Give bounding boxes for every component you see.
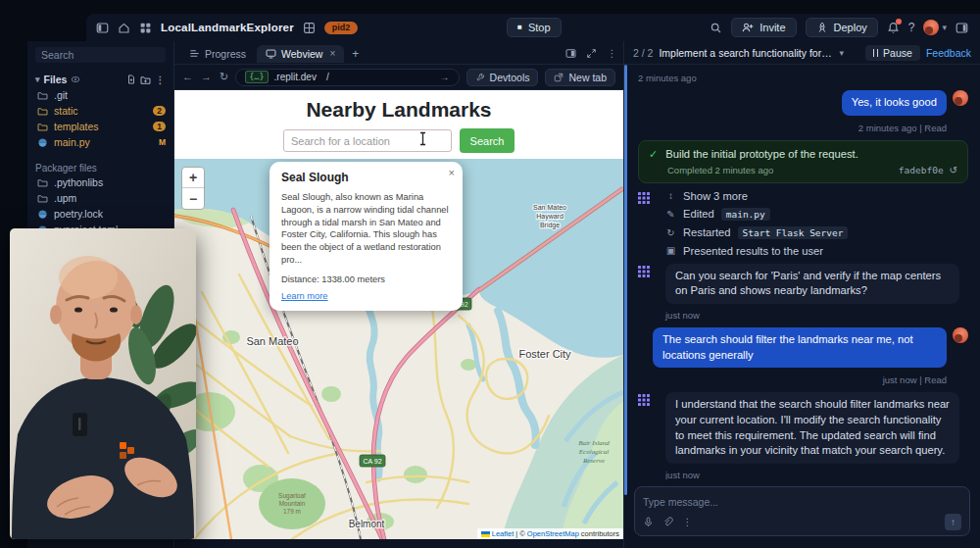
file-row-static[interactable]: static 2: [35, 104, 166, 118]
zoom-out-button[interactable]: −: [182, 188, 204, 209]
edited-file-row[interactable]: ✎ Edited main.py: [665, 208, 968, 221]
map-container[interactable]: CA 92 CA 92 San Mateo Foster City Belmon…: [174, 159, 623, 539]
tab-label: Webview: [281, 48, 322, 60]
git-badge: M: [159, 137, 166, 147]
files-menu-kebab-icon[interactable]: ⋮: [155, 75, 166, 85]
zoom-in-button[interactable]: +: [182, 168, 204, 188]
task-title: Implement a search functionality for fin…: [659, 47, 833, 59]
new-tab-plus-icon[interactable]: +: [346, 47, 365, 61]
pause-label: Pause: [883, 47, 912, 59]
pause-button[interactable]: Pause: [865, 45, 920, 61]
rollback-icon[interactable]: ↺: [950, 165, 957, 175]
file-row-pythonlibs[interactable]: .pythonlibs: [35, 175, 166, 189]
agent-message: I understand that the search should filt…: [638, 392, 968, 479]
folder-icon: [37, 122, 48, 132]
file-name: main.py: [54, 136, 90, 148]
go-arrow-icon[interactable]: →: [440, 72, 450, 82]
right-panel-toggle-icon[interactable]: [956, 22, 968, 34]
svg-text:179 m: 179 m: [283, 508, 301, 515]
notifications-bell-icon[interactable]: [887, 22, 900, 34]
devtools-button[interactable]: Devtools: [466, 69, 539, 86]
pause-icon: [873, 49, 878, 57]
new-folder-icon[interactable]: [140, 75, 151, 85]
forward-icon[interactable]: →: [201, 71, 212, 83]
user-avatar: [953, 90, 968, 106]
deploy-button[interactable]: Deploy: [806, 18, 878, 37]
leaflet-link[interactable]: Leaflet: [492, 529, 514, 538]
home-icon[interactable]: [118, 22, 130, 34]
file-row-upm[interactable]: .upm: [35, 191, 166, 205]
close-tab-icon[interactable]: ×: [329, 48, 335, 59]
svg-text:Reserve: Reserve: [582, 457, 605, 465]
account-menu[interactable]: ▾: [923, 20, 947, 35]
external-link-icon: [554, 73, 564, 82]
chat-message-input[interactable]: [643, 496, 961, 508]
hidden-files-icon[interactable]: [71, 75, 80, 84]
git-badge: 2: [153, 106, 166, 116]
search-icon[interactable]: [710, 22, 722, 34]
restart-icon: ↻: [665, 227, 676, 238]
repl-stack-icon[interactable]: [303, 22, 316, 34]
presented-row[interactable]: ▣ Presented results to the user: [665, 245, 968, 257]
svg-text:Bair Island: Bair Island: [578, 439, 610, 447]
popup-close-icon[interactable]: ×: [449, 167, 455, 178]
folder-icon: [37, 193, 48, 204]
attachment-icon[interactable]: [662, 517, 673, 527]
back-icon[interactable]: ←: [182, 71, 193, 83]
learn-more-link[interactable]: Learn more: [281, 291, 328, 301]
send-button[interactable]: ↑: [945, 514, 961, 530]
chat-history[interactable]: 2 minutes ago Yes, it looks good 2 minut…: [624, 65, 980, 479]
reload-icon[interactable]: ↻: [220, 71, 228, 83]
invite-button[interactable]: Invite: [731, 18, 796, 37]
sidebar-toggle-icon[interactable]: [96, 22, 109, 34]
folder-icon: [37, 106, 48, 117]
agent-message-bubble: I understand that the search should filt…: [665, 392, 959, 464]
file-row-git[interactable]: .git: [35, 88, 166, 102]
tab-webview[interactable]: Webview ×: [257, 45, 344, 63]
location-search-button[interactable]: Search: [460, 128, 514, 153]
stop-label: Stop: [528, 22, 551, 33]
stop-button[interactable]: ■ Stop: [507, 18, 561, 37]
file-row-main-py[interactable]: main.py M: [35, 135, 166, 149]
url-input[interactable]: {…} .replit.dev / →: [235, 69, 459, 86]
file-row-poetry-lock[interactable]: poetry.lock: [35, 207, 166, 221]
pane-menu-kebab-icon[interactable]: ⋮: [607, 48, 617, 59]
progress-icon: [189, 48, 200, 59]
osm-link[interactable]: OpenStreetMap: [527, 529, 579, 538]
pane-actions: ⋮: [565, 48, 617, 59]
chat-input-box[interactable]: ⋮ ↑: [634, 486, 970, 536]
show-more-row[interactable]: ↕ Show 3 more: [665, 190, 968, 202]
help-button[interactable]: ?: [908, 21, 915, 34]
workspace-grid-icon[interactable]: [139, 22, 152, 34]
restarted-row[interactable]: ↻ Restarted Start Flask Server: [665, 226, 968, 239]
svg-text:Ecological: Ecological: [578, 448, 609, 456]
expand-pane-icon[interactable]: [586, 48, 597, 59]
popup-distance: Distance: 1338.00 meters: [281, 274, 451, 284]
agent-header: 2 / 2 Implement a search functionality f…: [624, 41, 980, 65]
input-menu-kebab-icon[interactable]: ⋮: [682, 517, 693, 527]
chevron-down-icon: ▾: [35, 75, 40, 84]
chat-scrollbar[interactable]: [624, 65, 627, 495]
file-name: templates: [54, 121, 99, 132]
feedback-link[interactable]: Feedback: [926, 47, 971, 59]
microphone-icon[interactable]: [643, 517, 654, 527]
open-new-tab-button[interactable]: New tab: [545, 69, 615, 86]
tab-progress[interactable]: Progress: [180, 45, 255, 63]
split-pane-icon[interactable]: [565, 48, 576, 59]
checkpoint-card[interactable]: ✓ Build the initial prototype of the req…: [638, 140, 968, 183]
files-section-header[interactable]: ▾ Files ⋮: [35, 73, 166, 86]
file-row-templates[interactable]: templates 1: [35, 120, 166, 133]
chevron-down-icon[interactable]: ▾: [839, 48, 844, 58]
notification-dot: [896, 19, 902, 25]
url-host: .replit.dev: [274, 72, 317, 82]
file-name: .upm: [54, 192, 76, 204]
user-avatar: [953, 327, 968, 343]
new-file-icon[interactable]: [126, 75, 136, 84]
sidebar-search-input[interactable]: [35, 47, 166, 63]
checkpoint-title: Build the initial prototype of the reque…: [665, 148, 858, 160]
map-attribution: Leaflet | © OpenStreetMap contributors: [477, 528, 623, 539]
edited-file-pill: main.py: [721, 208, 770, 221]
project-name[interactable]: LocalLandmarkExplorer: [161, 22, 294, 33]
webview-content: Nearby Landmarks Search: [174, 90, 623, 539]
presenter-video: [10, 228, 196, 539]
